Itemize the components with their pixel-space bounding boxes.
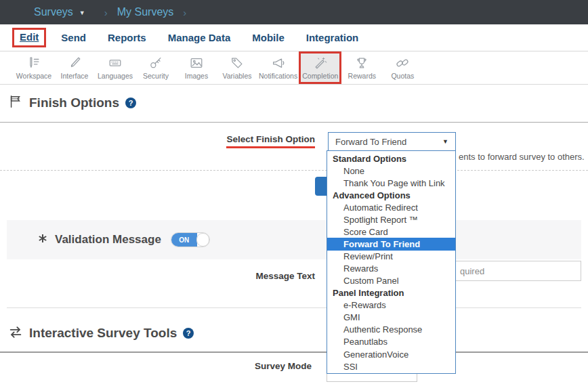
validation-message-panel: Validation Message ON Message Text quire…: [7, 220, 581, 308]
dropdown-option[interactable]: Automatic Redirect: [327, 201, 455, 213]
page-title: Finish Options: [29, 95, 119, 110]
section-title: Interactive Survey Tools: [29, 326, 177, 341]
brush-icon: [67, 56, 82, 70]
keyboard-icon: [108, 56, 123, 70]
finish-option-selected-value: Forward To Friend: [335, 137, 406, 147]
dropdown-option[interactable]: Review/Print: [327, 251, 455, 263]
edit-toolbar: WorkspaceInterfaceLanguagesSecurityImage…: [0, 51, 588, 85]
finish-option-dropdown: Standard OptionsNoneThank You Page with …: [327, 150, 456, 374]
toolbar-item-label: Workspace: [16, 72, 51, 80]
annotation-highlight-box: Edit: [12, 28, 46, 47]
toggle-knob: [196, 233, 209, 247]
toolbar-item-images[interactable]: Images: [176, 51, 217, 84]
toolbar-item-label: Languages: [98, 72, 133, 80]
toolbar-item-completion[interactable]: Completion: [299, 51, 341, 84]
select-finish-option-label: Select Finish Option: [0, 134, 315, 148]
divider: [0, 351, 588, 353]
dropdown-option[interactable]: Spotlight Report ™: [327, 213, 455, 226]
validation-message-toggle[interactable]: ON: [171, 232, 210, 247]
trophy-icon: [354, 56, 369, 70]
dropdown-option[interactable]: SSI: [327, 360, 455, 372]
toolbar-item-label: Variables: [223, 72, 252, 80]
helper-text: ents to forward survey to others.: [459, 152, 585, 162]
image-icon: [189, 56, 204, 70]
toolbar-item-quotas[interactable]: Quotas: [382, 51, 423, 84]
nav-tab-manage-data[interactable]: Manage Data: [168, 32, 231, 43]
megaphone-icon: [271, 56, 286, 70]
finish-option-helper: ents to forward survey to others. ?: [459, 152, 588, 162]
dropdown-option[interactable]: Peanutlabs: [327, 336, 455, 348]
dropdown-option[interactable]: Score Card: [327, 226, 455, 238]
toolbar-item-variables[interactable]: Variables: [217, 51, 257, 84]
breadcrumb-my-surveys[interactable]: My Surveys: [117, 6, 174, 18]
toolbar-item-label: Notifications: [259, 72, 297, 80]
validation-message-title: Validation Message: [55, 233, 161, 247]
tag-icon: [230, 56, 245, 70]
toolbar-item-workspace[interactable]: Workspace: [14, 51, 54, 84]
toggle-on-label: ON: [171, 233, 197, 247]
help-icon[interactable]: ?: [183, 328, 194, 339]
select-caret-icon: ▼: [442, 138, 448, 145]
dropdown-group-label: Standard Options: [327, 152, 455, 165]
toolbar-item-notifications[interactable]: Notifications: [257, 51, 299, 84]
dropdown-option[interactable]: Authentic Response: [327, 324, 455, 336]
toolbar-item-rewards[interactable]: Rewards: [341, 51, 382, 84]
pen-list-icon: [26, 56, 41, 70]
dropdown-option[interactable]: None: [327, 165, 455, 177]
toolbar-item-label: Interface: [61, 72, 89, 80]
toolbar-item-interface[interactable]: Interface: [54, 51, 95, 84]
nav-tab-send[interactable]: Send: [61, 32, 86, 43]
finish-option-select[interactable]: Forward To Friend ▼: [328, 132, 456, 151]
main-nav: EditSendReportsManage DataMobileIntegrat…: [0, 24, 588, 51]
dropdown-option[interactable]: e-Rewards: [327, 299, 455, 312]
finish-options-header: Finish Options ?: [8, 94, 136, 112]
breadcrumb-separator-icon: ›: [104, 7, 108, 18]
page: Surveys ▼ › My Surveys › EditSendReports…: [0, 0, 588, 384]
dropdown-option[interactable]: Rewards: [327, 263, 455, 275]
nav-tab-reports[interactable]: Reports: [108, 32, 146, 43]
dropdown-option[interactable]: GMI: [327, 312, 455, 324]
validation-message-header: Validation Message ON: [7, 220, 581, 259]
survey-mode-label: Survey Mode: [0, 361, 312, 371]
swap-arrows-icon: [8, 324, 23, 342]
nav-tab-edit[interactable]: Edit: [20, 31, 39, 43]
divider: [0, 122, 588, 123]
toolbar-item-label: Images: [185, 72, 208, 80]
wand-icon: [313, 56, 328, 70]
message-text-label: Message Text: [7, 271, 315, 281]
key-icon: [148, 56, 163, 70]
dropdown-option[interactable]: GenerationVoice: [327, 348, 455, 360]
toolbar-item-label: Security: [143, 72, 169, 80]
nav-tab-mobile[interactable]: Mobile: [252, 32, 285, 43]
toolbar-item-security[interactable]: Security: [135, 51, 176, 84]
dashed-divider: [0, 170, 588, 171]
chevron-down-icon[interactable]: ▼: [79, 9, 85, 16]
toolbar-item-label: Rewards: [348, 72, 376, 80]
chain-icon: [395, 56, 410, 70]
flag-icon: [8, 94, 23, 112]
interactive-survey-tools-header: Interactive Survey Tools ?: [8, 324, 194, 342]
toolbar-item-languages[interactable]: Languages: [95, 51, 135, 84]
dropdown-option[interactable]: Forward To Friend: [327, 238, 455, 250]
breadcrumb-separator-icon: ›: [183, 7, 186, 18]
dropdown-group-label: Panel Integration: [327, 287, 455, 299]
dropdown-option[interactable]: Custom Panel: [327, 275, 455, 287]
asterisk-icon: [37, 233, 48, 247]
nav-tab-integration[interactable]: Integration: [306, 32, 359, 43]
dropdown-group-label: Advanced Options: [327, 189, 455, 201]
breadcrumb: Surveys ▼ › My Surveys ›: [0, 0, 588, 24]
toolbar-item-label: Quotas: [391, 72, 414, 80]
toolbar-item-label: Completion: [302, 72, 338, 80]
help-icon[interactable]: ?: [125, 98, 136, 108]
breadcrumb-surveys[interactable]: Surveys: [34, 6, 73, 18]
dropdown-option[interactable]: Thank You Page with Link: [327, 177, 455, 189]
